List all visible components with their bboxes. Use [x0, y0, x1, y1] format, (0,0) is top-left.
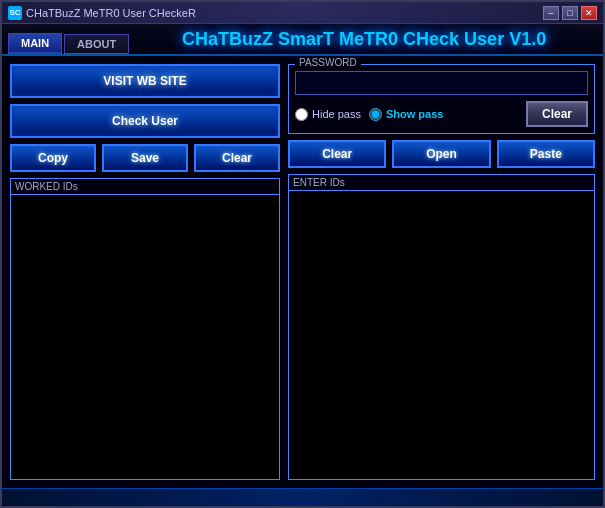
main-window: SC CHaTBuzZ MeTR0 User CHeckeR – □ ✕ MAI… [0, 0, 605, 508]
maximize-button[interactable]: □ [562, 6, 578, 20]
action-btn-group: Copy Save Clear [10, 144, 280, 172]
visit-wb-site-button[interactable]: VISIT WB SITE [10, 64, 280, 98]
show-pass-radio-group: Show pass [369, 108, 443, 121]
enter-ids-textarea[interactable] [289, 191, 594, 479]
open-button[interactable]: Open [392, 140, 490, 168]
check-user-button[interactable]: Check User [10, 104, 280, 138]
password-input[interactable] [295, 71, 588, 95]
enter-ids-label: ENTER IDs [289, 175, 594, 191]
copy-button[interactable]: Copy [10, 144, 96, 172]
main-content: VISIT WB SITE Check User Copy Save Clear… [2, 56, 603, 488]
save-button[interactable]: Save [102, 144, 188, 172]
enter-ids-box: ENTER IDs [288, 174, 595, 480]
password-group: PASSWORD Hide pass Show pass Clear [288, 64, 595, 134]
worked-ids-box: WORKED IDs [10, 178, 280, 480]
show-pass-label: Show pass [386, 108, 443, 120]
right-panel: PASSWORD Hide pass Show pass Clear Clear [288, 64, 595, 480]
tab-main[interactable]: MAIN [8, 33, 62, 54]
worked-ids-textarea[interactable] [11, 195, 279, 479]
app-title: CHaTBuzZ SmarT MeTR0 CHeck User V1.0 [131, 25, 597, 54]
clear-left-button[interactable]: Clear [194, 144, 280, 172]
left-panel: VISIT WB SITE Check User Copy Save Clear… [10, 64, 280, 480]
tab-about[interactable]: ABOUT [64, 34, 129, 54]
hide-pass-radio[interactable] [295, 108, 308, 121]
window-title: CHaTBuzZ MeTR0 User CHeckeR [26, 7, 196, 19]
status-bar [2, 488, 603, 506]
title-bar-left: SC CHaTBuzZ MeTR0 User CHeckeR [8, 6, 196, 20]
pass-options: Hide pass Show pass Clear [295, 101, 588, 127]
hide-pass-radio-group: Hide pass [295, 108, 361, 121]
paste-button[interactable]: Paste [497, 140, 595, 168]
password-label: PASSWORD [295, 57, 361, 68]
show-pass-radio[interactable] [369, 108, 382, 121]
title-controls: – □ ✕ [543, 6, 597, 20]
clear-right-button[interactable]: Clear [288, 140, 386, 168]
clear-pass-button[interactable]: Clear [526, 101, 588, 127]
tab-bar: MAIN ABOUT CHaTBuzZ SmarT MeTR0 CHeck Us… [2, 24, 603, 56]
hide-pass-label: Hide pass [312, 108, 361, 120]
title-bar: SC CHaTBuzZ MeTR0 User CHeckeR – □ ✕ [2, 2, 603, 24]
worked-ids-label: WORKED IDs [11, 179, 279, 195]
pass-btn-group: Clear Open Paste [288, 140, 595, 168]
minimize-button[interactable]: – [543, 6, 559, 20]
app-icon: SC [8, 6, 22, 20]
close-button[interactable]: ✕ [581, 6, 597, 20]
